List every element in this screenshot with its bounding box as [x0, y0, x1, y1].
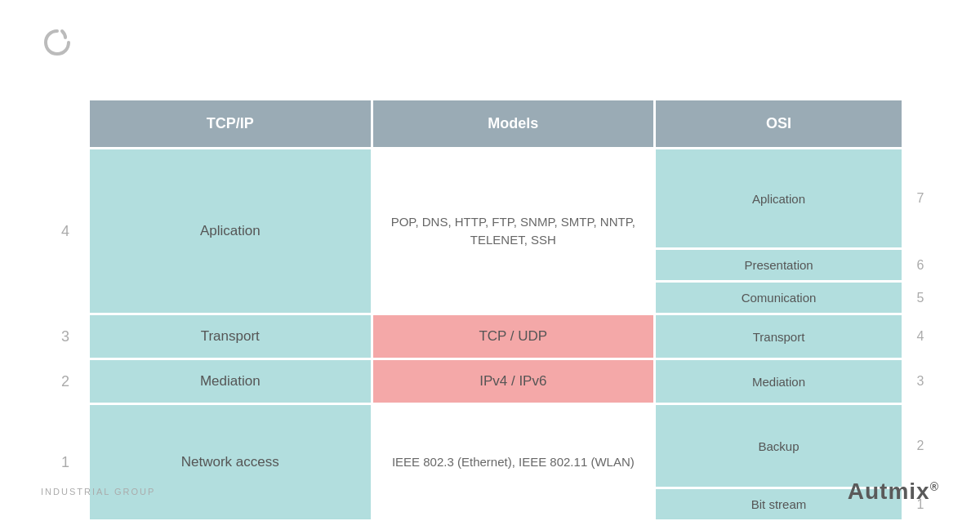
num-4-osi: 4	[904, 315, 937, 358]
table-row: 4 Aplication POP, DNS, HTTP, FTP, SNMP, …	[43, 149, 937, 247]
osi-mediation: Mediation	[656, 360, 902, 403]
models-mediation: IPv4 / IPv6	[373, 360, 654, 403]
industrial-group-label: INDUSTRIAL GROUP	[41, 487, 155, 497]
tcpip-transport: Transport	[90, 315, 371, 358]
num-3: 3	[43, 315, 87, 358]
osi-presentation: Presentation	[656, 250, 902, 280]
num-2: 2	[43, 360, 87, 403]
osi-comunication: Comunication	[656, 283, 902, 313]
network-model-table: TCP/IP Models OSI 4 Aplication POP, DNS,…	[41, 98, 939, 521]
header-tcpip: TCP/IP	[90, 100, 371, 147]
autmix-logo-icon	[41, 24, 74, 57]
header-models: Models	[373, 100, 654, 147]
bottom-bar: INDUSTRIAL GROUP Autmix®	[41, 479, 939, 505]
table-row: 1 Network access IEEE 802.3 (Ethernet), …	[43, 405, 937, 487]
table-row: 3 Transport TCP / UDP Transport 4	[43, 315, 937, 358]
num-3-osi: 3	[904, 360, 937, 403]
osi-aplication: Aplication	[656, 149, 902, 247]
tcpip-mediation: Mediation	[90, 360, 371, 403]
logo-area	[41, 24, 74, 60]
osi-backup: Backup	[656, 405, 902, 487]
tcpip-aplication: Aplication	[90, 149, 371, 313]
num-6: 6	[904, 250, 937, 280]
num-7: 7	[904, 149, 937, 247]
num-2-osi: 2	[904, 405, 937, 487]
autmix-brand: Autmix®	[848, 479, 939, 505]
models-transport: TCP / UDP	[373, 315, 654, 358]
table-row: 2 Mediation IPv4 / IPv6 Mediation 3	[43, 360, 937, 403]
num-4: 4	[43, 149, 87, 313]
brand-name: Autmix®	[848, 479, 939, 504]
models-aplication: POP, DNS, HTTP, FTP, SNMP, SMTP, NNTP, T…	[373, 149, 654, 313]
num-5: 5	[904, 283, 937, 313]
header-osi: OSI	[656, 100, 902, 147]
osi-transport: Transport	[656, 315, 902, 358]
